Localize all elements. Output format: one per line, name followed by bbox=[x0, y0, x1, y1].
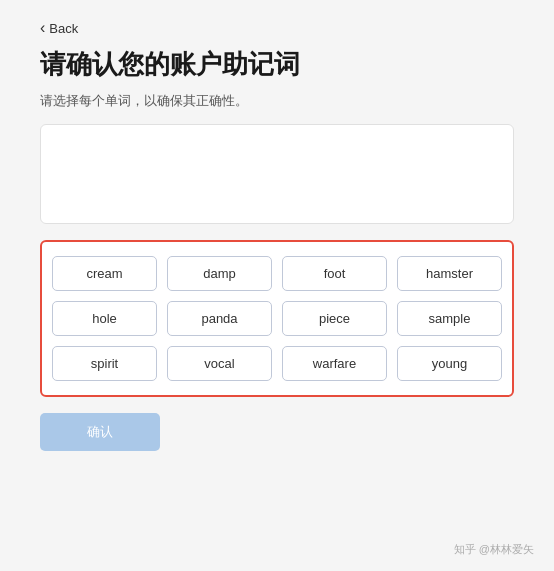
word-button-warfare[interactable]: warfare bbox=[282, 346, 387, 381]
back-link[interactable]: Back bbox=[40, 20, 514, 36]
watermark: 知乎 @林林爱矢 bbox=[454, 542, 534, 557]
confirm-button[interactable]: 确认 bbox=[40, 413, 160, 451]
word-button-hamster[interactable]: hamster bbox=[397, 256, 502, 291]
page-subtitle: 请选择每个单词，以确保其正确性。 bbox=[40, 92, 514, 110]
word-button-spirit[interactable]: spirit bbox=[52, 346, 157, 381]
back-label: Back bbox=[49, 21, 78, 36]
word-button-foot[interactable]: foot bbox=[282, 256, 387, 291]
word-button-panda[interactable]: panda bbox=[167, 301, 272, 336]
mnemonic-display bbox=[40, 124, 514, 224]
word-button-hole[interactable]: hole bbox=[52, 301, 157, 336]
page-title: 请确认您的账户助记词 bbox=[40, 48, 514, 82]
word-button-piece[interactable]: piece bbox=[282, 301, 387, 336]
word-button-damp[interactable]: damp bbox=[167, 256, 272, 291]
word-button-young[interactable]: young bbox=[397, 346, 502, 381]
word-button-sample[interactable]: sample bbox=[397, 301, 502, 336]
page-container: Back 请确认您的账户助记词 请选择每个单词，以确保其正确性。 creamda… bbox=[0, 0, 554, 571]
word-grid-container: creamdampfoothamsterholepandapiecesample… bbox=[40, 240, 514, 397]
word-button-cream[interactable]: cream bbox=[52, 256, 157, 291]
word-grid: creamdampfoothamsterholepandapiecesample… bbox=[52, 256, 502, 381]
word-button-vocal[interactable]: vocal bbox=[167, 346, 272, 381]
